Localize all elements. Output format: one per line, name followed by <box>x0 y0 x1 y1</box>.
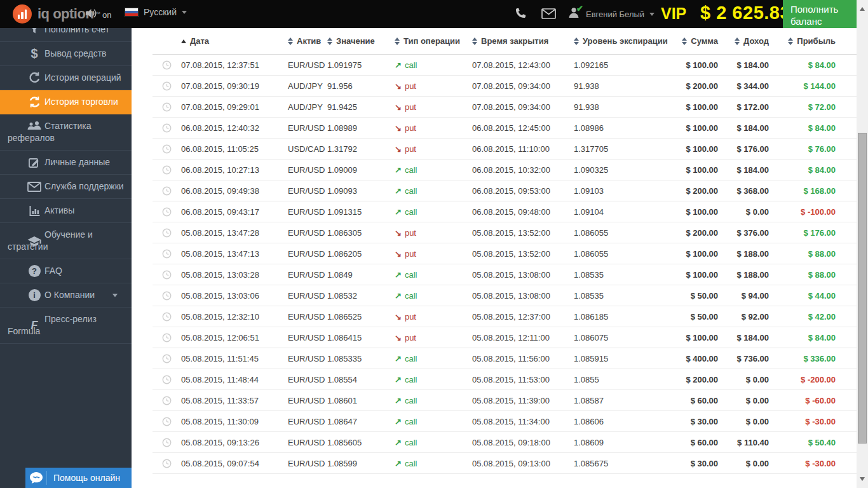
scrollbar-thumb[interactable] <box>858 133 867 444</box>
cell-income: $ 0.00 <box>723 375 774 384</box>
call-arrow-icon: ↗ <box>395 459 402 468</box>
table-row: 06.08.2015, 09:49:38EUR/USD1.09093↗call0… <box>153 180 857 201</box>
scroll-up-arrow[interactable] <box>857 4 868 14</box>
cell-expiration-level: 1.085915 <box>574 354 674 363</box>
user-menu[interactable]: ✔ <box>567 6 580 19</box>
cell-value: 1.091975 <box>327 60 395 70</box>
cell-operation-type: ↗call <box>395 375 472 384</box>
cell-profit: $ 84.00 <box>774 333 857 342</box>
cell-value: 1.085605 <box>327 438 395 447</box>
username-dropdown[interactable]: Евгений Белый <box>586 10 654 19</box>
cell-operation-type: ↗call <box>395 438 472 447</box>
put-arrow-icon: ↘ <box>395 249 402 259</box>
deposit-balance-button[interactable]: Пополнить баланс <box>783 0 857 28</box>
sort-both-icon <box>288 37 293 45</box>
column-header-type[interactable]: Тип операции <box>395 36 472 46</box>
sidebar-item-education[interactable]: Обучение и стратегии <box>0 223 132 259</box>
cell-value: 1.09093 <box>327 186 395 196</box>
cell-date: 05.08.2015, 09:07:54 <box>181 459 288 468</box>
language-label: Русский <box>144 7 177 17</box>
clock-icon <box>153 459 181 468</box>
sidebar-item-formula-press[interactable]: FПресс-релиз Formula <box>0 308 132 344</box>
column-header-date[interactable]: Дата <box>181 36 288 46</box>
sort-both-icon <box>574 37 579 45</box>
deposit-button-line2: баланс <box>790 16 822 27</box>
cell-close-time: 06.08.2015, 10:32:00 <box>472 165 574 175</box>
table-header-row: ДатаАктивЗначениеТип операцииВремя закры… <box>153 28 857 55</box>
cell-profit: $ 168.00 <box>774 186 857 196</box>
sort-ascending-icon <box>181 39 186 43</box>
cell-income: $ 0.00 <box>723 459 774 468</box>
cell-amount: $ 100.00 <box>674 333 723 342</box>
cell-profit: $ 76.00 <box>774 144 857 154</box>
cell-date: 05.08.2015, 11:48:44 <box>181 375 288 384</box>
clock-icon <box>153 438 181 447</box>
column-label: Актив <box>297 36 321 46</box>
sound-toggle[interactable]: on <box>85 8 111 22</box>
put-arrow-icon: ↘ <box>395 333 402 342</box>
sidebar-item-operations-history[interactable]: История операций <box>0 66 132 90</box>
operation-label: call <box>405 60 417 70</box>
sidebar-item-personal-data[interactable]: Личные данные <box>0 151 132 175</box>
support-mail-icon <box>27 180 42 194</box>
sort-both-icon <box>735 37 740 45</box>
scroll-down-arrow[interactable] <box>857 474 868 484</box>
cell-asset: EUR/USD <box>288 354 327 363</box>
column-header-profit[interactable]: Прибыль <box>774 36 857 46</box>
cell-income: $ 184.00 <box>723 333 774 342</box>
column-header-value[interactable]: Значение <box>327 36 395 46</box>
column-label: Тип операции <box>403 36 460 46</box>
cell-close-time: 05.08.2015, 09:18:00 <box>472 438 574 447</box>
cell-date: 05.08.2015, 11:51:45 <box>181 354 288 363</box>
sidebar-item-support-mail[interactable]: Служба поддержки <box>0 175 132 199</box>
call-arrow-icon: ↗ <box>395 438 402 447</box>
sidebar-item-referral-stats[interactable]: Статистика рефералов <box>0 114 132 151</box>
sidebar-item-withdraw-dollar[interactable]: $Вывод средств <box>0 42 132 66</box>
cell-income: $ 188.00 <box>723 249 774 259</box>
sort-both-icon <box>682 37 687 45</box>
cell-profit: $ -60.00 <box>774 396 857 405</box>
clock-icon <box>153 396 181 405</box>
operation-label: put <box>405 81 416 91</box>
cell-amount: $ 30.00 <box>674 459 723 468</box>
operation-label: put <box>405 249 416 259</box>
cell-amount: $ 200.00 <box>674 186 723 196</box>
sidebar-item-assets-chart[interactable]: Активы <box>0 199 132 223</box>
cell-profit: $ 88.00 <box>774 270 857 280</box>
cell-close-time: 05.08.2015, 12:11:00 <box>472 333 574 342</box>
chevron-down-icon <box>112 294 118 297</box>
clock-icon <box>153 102 181 112</box>
table-row: 05.08.2015, 11:48:44EUR/USD1.08554↗call0… <box>153 369 857 390</box>
clock-icon <box>153 249 181 259</box>
account-balance: $ 2 625.83 <box>700 3 790 24</box>
online-help-button[interactable]: Помощь онлайн <box>25 468 132 488</box>
sidebar-item-faq[interactable]: ?FAQ <box>0 259 132 283</box>
sidebar-item-trade-history[interactable]: История торговли <box>0 90 132 114</box>
language-selector[interactable]: Русский <box>125 7 187 17</box>
cell-value: 1.086305 <box>327 228 395 238</box>
phone-icon[interactable] <box>515 7 527 22</box>
column-header-income[interactable]: Доход <box>723 36 774 46</box>
cell-amount: $ 100.00 <box>674 270 723 280</box>
column-header-asset[interactable]: Актив <box>288 36 327 46</box>
cell-date: 05.08.2015, 09:13:26 <box>181 438 288 447</box>
table-row: 05.08.2015, 13:47:28EUR/USD1.086305↘put0… <box>153 222 857 243</box>
sidebar-item-about-info[interactable]: iО Компании <box>0 283 132 308</box>
clock-icon <box>153 165 181 175</box>
cell-profit: $ 84.00 <box>774 165 857 175</box>
call-arrow-icon: ↗ <box>395 354 402 363</box>
mail-icon[interactable] <box>541 8 556 22</box>
cell-income: $ 0.00 <box>723 417 774 426</box>
sidebar-item-deposit[interactable]: Пополнить счет <box>0 28 132 42</box>
column-header-expiry[interactable]: Уровень экспирации <box>574 36 674 46</box>
sort-both-icon <box>472 37 477 45</box>
cell-operation-type: ↘put <box>395 81 472 91</box>
cell-amount: $ 100.00 <box>674 123 723 133</box>
column-header-close[interactable]: Время закрытия <box>472 36 574 46</box>
column-header-amount[interactable]: Сумма <box>674 36 723 46</box>
vertical-scrollbar[interactable] <box>857 0 868 488</box>
cell-close-time: 06.08.2015, 09:53:00 <box>472 186 574 196</box>
cell-income: $ 188.00 <box>723 270 774 280</box>
operation-label: call <box>405 438 417 447</box>
online-help-label: Помощь онлайн <box>47 473 120 483</box>
